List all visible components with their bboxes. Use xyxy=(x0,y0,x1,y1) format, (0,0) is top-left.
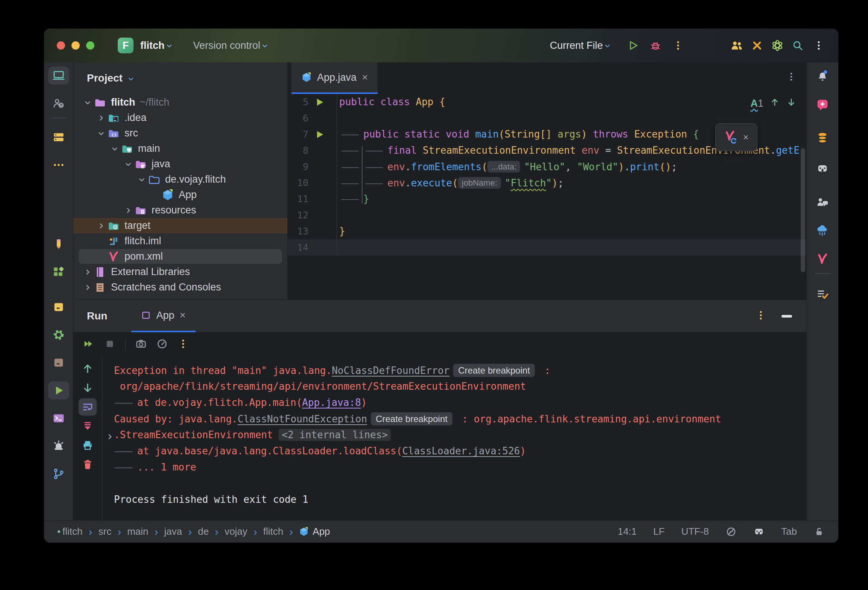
tree-item--idea[interactable]: .idea xyxy=(73,110,287,126)
hide-panel-button[interactable] xyxy=(782,315,792,318)
tool-todo-checklist[interactable] xyxy=(812,285,833,303)
tool-git[interactable] xyxy=(48,465,69,483)
inspections-widget[interactable]: A1 xyxy=(750,97,797,110)
indent-style[interactable]: Tab xyxy=(781,526,797,537)
gutter[interactable]: 6 xyxy=(288,110,337,126)
gutter[interactable]: 8 xyxy=(288,142,337,159)
caret-position[interactable]: 14:1 xyxy=(618,526,637,537)
tools-button[interactable] xyxy=(750,39,764,52)
tab-app-java[interactable]: App.java × xyxy=(291,62,378,94)
create-breakpoint-chip[interactable]: Create breakpoint xyxy=(453,364,535,377)
tree-item-resources[interactable]: resources xyxy=(73,203,287,218)
vcs-menu[interactable]: Version control xyxy=(193,40,261,51)
breadcrumb-item-de-4[interactable]: de xyxy=(198,526,209,537)
gutter[interactable]: 12 xyxy=(288,207,337,223)
camera-button[interactable] xyxy=(135,338,147,351)
chevron-down-icon[interactable] xyxy=(122,159,135,169)
code-with-me-users-button[interactable] xyxy=(730,39,744,52)
tree-item-de-vojay-flitch[interactable]: de.vojay.flitch xyxy=(73,172,287,187)
code-line-12[interactable]: 12 xyxy=(288,207,806,223)
tool-notes[interactable] xyxy=(48,235,69,253)
chevron-right-icon[interactable] xyxy=(95,221,108,231)
trash-button[interactable] xyxy=(79,456,97,473)
chevron-right-icon[interactable] xyxy=(81,267,94,277)
prev-inspection-arrow[interactable] xyxy=(769,97,780,110)
tree-item-flitch[interactable]: flitch~/flitch xyxy=(73,95,287,110)
line-separator[interactable]: LF xyxy=(653,526,665,537)
tool-run[interactable] xyxy=(48,381,69,399)
editor-scrollbar[interactable] xyxy=(801,148,805,272)
stop-button[interactable] xyxy=(104,338,115,351)
gutter[interactable]: 7 xyxy=(288,126,337,142)
tree-item-main[interactable]: main xyxy=(73,141,287,156)
minimize-window-button[interactable] xyxy=(71,41,80,50)
breadcrumb-item-vojay-5[interactable]: vojay xyxy=(225,526,247,537)
tool-terminal[interactable] xyxy=(48,409,69,427)
tree-item-src[interactable]: src xyxy=(73,126,287,141)
tool-notifications[interactable] xyxy=(812,67,833,85)
tool-more[interactable] xyxy=(48,156,69,174)
close-popup-icon[interactable]: × xyxy=(743,132,748,143)
breadcrumb-item-flitch-0[interactable]: flitch xyxy=(62,526,82,537)
gutter[interactable]: 14 xyxy=(288,239,337,256)
chevron-right-icon[interactable] xyxy=(122,205,135,216)
gauge-button[interactable] xyxy=(156,338,168,351)
tool-maven[interactable] xyxy=(812,250,833,268)
expand-stack-chevron-icon[interactable] xyxy=(105,430,115,446)
code-line-5[interactable]: 5public class App { xyxy=(288,94,806,110)
tool-project[interactable] xyxy=(48,67,69,85)
highlighting-level[interactable] xyxy=(725,526,737,537)
code-line-10[interactable]: 10env.execute(jobName:"Flitch"); xyxy=(288,175,806,191)
tool-copilot[interactable] xyxy=(812,160,833,178)
code-line-11[interactable]: 11} xyxy=(288,191,806,207)
chevron-right-icon[interactable] xyxy=(95,113,108,123)
run-line-icon[interactable] xyxy=(308,97,331,107)
internal-lines-chip[interactable]: <2 internal lines> xyxy=(279,429,391,441)
chevron-down-icon[interactable] xyxy=(81,97,94,108)
gutter[interactable]: 9 xyxy=(288,159,337,175)
gutter[interactable]: 11 xyxy=(288,191,337,207)
code-line-13[interactable]: 13} xyxy=(288,223,806,239)
gutter[interactable]: 5 xyxy=(288,94,337,110)
tree-item-app[interactable]: App xyxy=(73,187,287,203)
run-panel-options-kebab[interactable] xyxy=(755,310,766,322)
close-tab-icon[interactable]: × xyxy=(362,72,368,83)
tool-code-with-me[interactable] xyxy=(812,193,833,211)
zoom-window-button[interactable] xyxy=(86,41,94,50)
stack-trace-link[interactable]: ClassNotFoundException xyxy=(238,413,367,425)
project-logo-badge[interactable]: F xyxy=(118,38,134,53)
up-arrow-button[interactable] xyxy=(79,360,97,377)
console-output[interactable]: Exception in thread "main" java.lang.NoC… xyxy=(102,357,806,520)
project-panel-title[interactable]: Project xyxy=(87,72,123,84)
maven-reload-icon[interactable] xyxy=(724,130,737,144)
tree-item-flitch-iml[interactable]: flitch.iml xyxy=(73,233,287,249)
soft-wrap-button[interactable] xyxy=(79,398,97,416)
down-arrow-button[interactable] xyxy=(79,379,97,396)
run-button[interactable] xyxy=(626,39,640,52)
tree-item-external-libraries[interactable]: External Libraries xyxy=(73,264,287,280)
close-run-tab-icon[interactable]: × xyxy=(179,309,185,321)
chevron-down-icon[interactable] xyxy=(135,174,148,185)
tool-ai-assistant[interactable] xyxy=(812,96,833,114)
tool-settings-sync[interactable] xyxy=(48,326,69,344)
breadcrumb-item-flitch-6[interactable]: flitch xyxy=(263,526,283,537)
chevron-right-icon[interactable] xyxy=(81,282,94,293)
stack-trace-link[interactable]: App.java:8 xyxy=(302,397,361,408)
scroll-end-button[interactable] xyxy=(79,418,97,435)
run-tab-app[interactable]: App × xyxy=(131,300,195,332)
editor-options-kebab[interactable] xyxy=(786,71,797,83)
kebab-yellow-button[interactable] xyxy=(178,338,189,351)
breadcrumb-item-main-2[interactable]: main xyxy=(127,526,148,537)
copilot-status[interactable] xyxy=(753,526,765,537)
tree-item-scratches-and-consoles[interactable]: Scratches and Consoles xyxy=(73,280,287,295)
tool-cloud[interactable] xyxy=(812,221,833,239)
tree-item-target[interactable]: target xyxy=(73,218,287,233)
chevron-down-icon[interactable] xyxy=(95,128,108,139)
more-run-actions-button[interactable] xyxy=(671,39,685,52)
main-menu-kebab-button[interactable] xyxy=(812,39,826,52)
ai-atom-button[interactable] xyxy=(771,39,784,52)
file-lock[interactable] xyxy=(813,526,825,537)
tool-database[interactable] xyxy=(812,129,833,147)
stack-trace-link[interactable]: ClassLoader.java:526 xyxy=(402,445,520,457)
breadcrumb-item-java-3[interactable]: java xyxy=(164,526,182,537)
